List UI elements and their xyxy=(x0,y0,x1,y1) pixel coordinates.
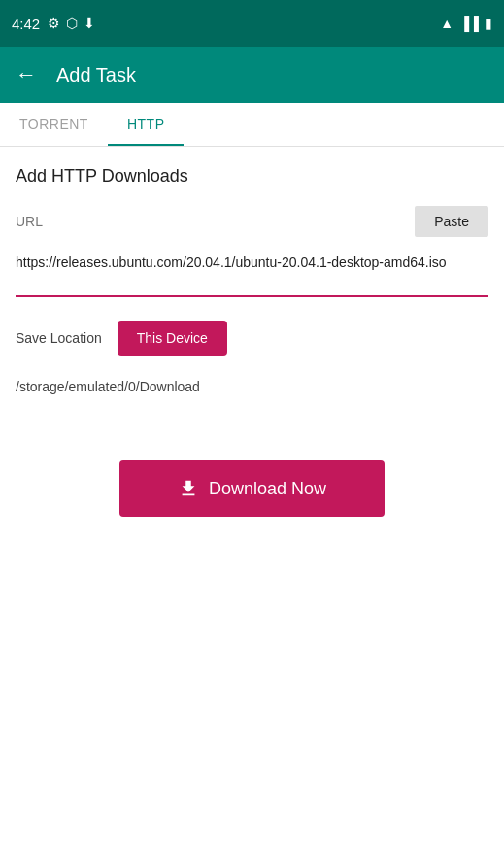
url-underline xyxy=(16,295,488,297)
signal-icon: ▐▐ xyxy=(459,16,479,31)
back-button[interactable]: ← xyxy=(16,62,37,87)
download-now-label: Download Now xyxy=(209,479,326,499)
url-input-area: https://releases.ubuntu.com/20.04.1/ubun… xyxy=(16,245,488,297)
status-time: 4:42 xyxy=(12,16,40,32)
url-label: URL xyxy=(16,214,43,229)
save-path-text: /storage/emulated/0/Download xyxy=(16,371,488,402)
shield-icon: ⬡ xyxy=(66,16,78,31)
status-icons: ⚙ ⬡ ⬇ xyxy=(48,16,95,31)
battery-icon: ▮ xyxy=(485,16,492,31)
url-text[interactable]: https://releases.ubuntu.com/20.04.1/ubun… xyxy=(16,245,488,291)
tabs-container: TORRENT HTTP xyxy=(0,103,504,147)
download-icon xyxy=(178,478,199,499)
status-right: ▲ ▐▐ ▮ xyxy=(440,16,492,31)
tab-torrent[interactable]: TORRENT xyxy=(0,103,108,146)
wifi-icon: ▲ xyxy=(440,16,454,31)
save-location-label: Save Location xyxy=(16,330,102,346)
download-button-container: Download Now xyxy=(16,460,488,517)
url-row: URL Paste xyxy=(16,206,488,237)
settings-icon: ⚙ xyxy=(48,16,60,31)
save-location-row: Save Location This Device xyxy=(16,321,488,356)
tab-http[interactable]: HTTP xyxy=(108,103,185,146)
download-now-button[interactable]: Download Now xyxy=(119,460,385,517)
this-device-button[interactable]: This Device xyxy=(118,321,227,356)
paste-button[interactable]: Paste xyxy=(415,206,488,237)
status-bar: 4:42 ⚙ ⬡ ⬇ ▲ ▐▐ ▮ xyxy=(0,0,504,47)
download-manager-icon: ⬇ xyxy=(84,16,95,31)
main-content: Add HTTP Downloads URL Paste https://rel… xyxy=(0,147,504,536)
section-title: Add HTTP Downloads xyxy=(16,166,488,186)
app-bar: ← Add Task xyxy=(0,47,504,103)
status-left: 4:42 ⚙ ⬡ ⬇ xyxy=(12,16,95,32)
app-title: Add Task xyxy=(56,64,136,86)
